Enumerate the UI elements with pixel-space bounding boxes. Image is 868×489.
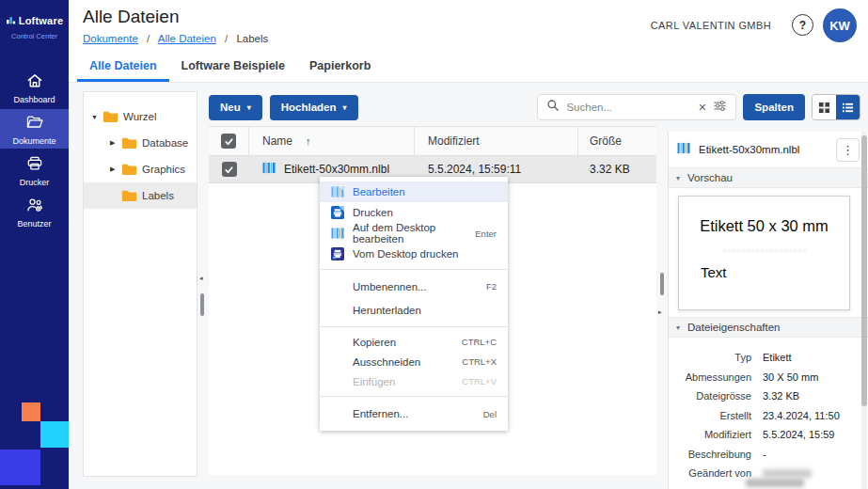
property-label: Geändert von [669, 467, 751, 479]
property-label: Modifiziert [669, 429, 751, 440]
column-header-groesse[interactable]: Größe [578, 127, 656, 155]
tree-item-label: Graphics [142, 164, 185, 175]
filter-sliders-icon[interactable] [713, 99, 727, 117]
column-header-name[interactable]: Name ↑ [249, 127, 415, 155]
column-label: Größe [590, 134, 622, 148]
menu-item-ausschneiden[interactable]: Ausschneiden CTRL+X [320, 352, 508, 371]
sidebar-item-dokumente[interactable]: Dokumente [0, 109, 69, 149]
search-input[interactable] [566, 102, 691, 113]
breadcrumb-link-dokumente[interactable]: Dokumente [83, 33, 138, 44]
menu-item-label: Kopieren [353, 337, 396, 348]
sidebar-item-benutzer[interactable]: Benutzer [0, 192, 69, 231]
list-view-icon[interactable] [836, 95, 860, 119]
columns-button[interactable]: Spalten [743, 94, 805, 120]
tree-item-database[interactable]: ▶ Database [84, 130, 197, 156]
avatar[interactable]: KW [823, 8, 857, 42]
section-label: Dateieigenschaften [687, 322, 780, 333]
tree-expander-icon[interactable]: ▶ [110, 139, 120, 147]
splitter-left-handle[interactable] [200, 293, 204, 316]
printer-icon [25, 154, 44, 175]
brand-name: Loftware [19, 15, 63, 26]
menu-item-herunterladen[interactable]: Herunterladen [320, 298, 508, 322]
app-root: Loftware Control Center Dashboard Dokume… [0, 0, 868, 489]
splitter-right-handle[interactable] [660, 273, 664, 295]
property-erstellt: Erstellt 23.4.2024, 11:50 [669, 406, 868, 426]
clear-search-icon[interactable]: ✕ [698, 102, 706, 114]
property-label: Typ [669, 352, 751, 363]
chevron-down-icon: ▾ [676, 174, 680, 182]
file-size: 3.32 KB [578, 156, 656, 182]
splitter-collapse-left-icon[interactable]: ◂ [199, 275, 203, 281]
folder-icon [121, 189, 137, 202]
barcode-icon [331, 227, 345, 240]
tree-item-graphics[interactable]: ▶ Graphics [84, 156, 197, 182]
table-header-row: Name ↑ Modifiziert Größe [209, 127, 656, 156]
property-label: Dateigrösse [669, 390, 751, 402]
preview-title-text: Etikett 50 x 30 mm [679, 217, 849, 235]
tree-item-label: Wurzel [123, 111, 157, 122]
details-scrollbar-thumb[interactable] [861, 135, 867, 406]
row-checkbox-cell [209, 156, 249, 182]
tab-papierkorb[interactable]: Papierkorb [297, 53, 383, 82]
column-label: Name [262, 134, 292, 148]
breadcrumb-separator: / [147, 33, 150, 44]
sidebar-item-label: Benutzer [17, 219, 51, 229]
section-label: Vorschau [687, 172, 733, 183]
section-header-vorschau[interactable]: ▾ Vorschau [669, 167, 868, 188]
sidebar-nav: Dashboard Dokumente Drucker Benutzer [0, 68, 69, 233]
folder-open-icon [25, 113, 44, 134]
tab-bar: Alle Dateien Loftware Beispiele Papierko… [69, 53, 868, 83]
help-icon[interactable]: ? [792, 14, 813, 36]
chevron-down-icon: ▾ [247, 103, 251, 112]
chevron-down-icon: ▾ [676, 323, 680, 332]
tab-loftware-beispiele[interactable]: Loftware Beispiele [169, 53, 297, 82]
menu-shortcut: Enter [475, 229, 497, 239]
menu-item-label: Entfernen... [353, 408, 408, 419]
select-all-checkbox[interactable] [221, 134, 236, 149]
menu-item-label: Drucken [353, 207, 393, 218]
column-header-modifiziert[interactable]: Modifiziert [415, 127, 578, 155]
folder-icon [103, 110, 118, 123]
menu-item-desktop-drucken[interactable]: Vom Desktop drucken [320, 244, 508, 264]
splitter-collapse-right-icon[interactable]: ▸ [658, 308, 662, 315]
search-icon [546, 99, 560, 116]
breadcrumb-link-alle-dateien[interactable]: Alle Dateien [158, 33, 216, 44]
sidebar-item-dashboard[interactable]: Dashboard [0, 68, 69, 107]
printer-blue-icon [331, 206, 345, 219]
property-beschreibung: Beschreibung - [669, 445, 868, 465]
folder-icon [121, 136, 137, 150]
tree-expander-icon[interactable]: ▶ [110, 166, 120, 173]
menu-shortcut: Del [483, 409, 497, 419]
property-value: - [763, 449, 766, 460]
redacted-value [763, 469, 812, 478]
property-abmessungen: Abmessungen 30 X 50 mm [669, 368, 868, 387]
upload-button[interactable]: Hochladen ▾ [270, 95, 358, 120]
decor-square-cyan [40, 421, 69, 448]
menu-item-drucken[interactable]: Drucken [320, 202, 508, 223]
new-button[interactable]: Neu ▾ [209, 95, 262, 120]
users-icon [25, 196, 44, 216]
section-header-dateieigenschaften[interactable]: ▾ Dateieigenschaften [669, 317, 868, 338]
menu-item-entfernen[interactable]: Entfernen... Del [320, 402, 508, 425]
menu-item-bearbeiten[interactable]: Bearbeiten [320, 181, 508, 202]
columns-button-label: Spalten [754, 102, 794, 113]
property-label: Erstellt [669, 410, 751, 421]
menu-item-kopieren[interactable]: Kopieren CTRL+C [320, 332, 508, 352]
tree-expander-icon[interactable]: ▼ [91, 114, 102, 120]
sidebar-item-drucker[interactable]: Drucker [0, 150, 69, 190]
menu-shortcut: CTRL+V [462, 376, 497, 386]
loftware-logo: Loftware Control Center [0, 0, 69, 40]
property-value: 3.32 KB [763, 390, 799, 402]
tab-alle-dateien[interactable]: Alle Dateien [77, 53, 169, 82]
menu-item-desktop-bearbeiten[interactable]: Auf dem Desktop bearbeiten Enter [320, 223, 508, 244]
sidebar-item-label: Drucker [20, 178, 50, 187]
menu-item-umbenennen[interactable]: Umbenennen... F2 [320, 275, 508, 298]
row-checkbox[interactable] [222, 162, 237, 177]
printer-dark-icon [331, 247, 345, 260]
tree-item-wurzel[interactable]: ▼ Wurzel [84, 103, 197, 130]
sidebar-item-label: Dokumente [12, 136, 55, 146]
upload-button-label: Hochladen [281, 102, 337, 113]
tree-item-labels[interactable]: Labels [84, 182, 197, 209]
kebab-menu-icon[interactable]: ⋮ [836, 138, 860, 162]
grid-view-icon[interactable] [813, 95, 836, 119]
